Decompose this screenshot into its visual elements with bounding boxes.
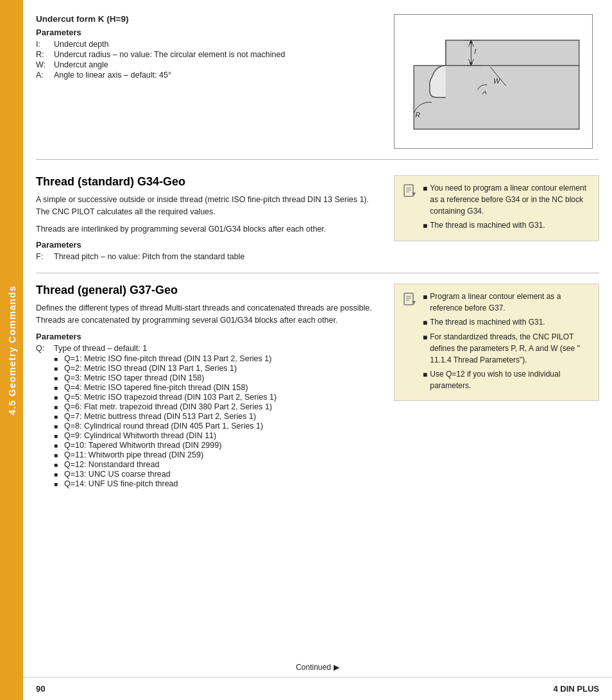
- q-item-11: ■ Q=11: Whitworth pipe thread (DIN 259): [54, 450, 381, 459]
- thread-standard-note-text-2: The thread is machined with G31.: [430, 219, 545, 232]
- param-key-w: W:: [36, 60, 54, 69]
- thread-standard-left: Thread (standard) G34-Geo A simple or su…: [36, 175, 381, 262]
- q-item-4: ■ Q=4: Metric ISO tapered fine-pitch thr…: [54, 383, 381, 392]
- thread-general-param-key-q: Q:: [36, 344, 54, 353]
- q-item-1: ■ Q=1: Metric ISO fine-pitch thread (DIN…: [54, 354, 381, 363]
- q-text-7: Q=7: Metric buttress thread (DIN 513 Par…: [64, 412, 381, 421]
- thread-standard-params-label: Parameters: [36, 240, 381, 250]
- undercut-right: H = 9 Form K: [394, 14, 599, 149]
- undercut-section: Undercut form K (H=9) Parameters I: Unde…: [23, 0, 612, 155]
- svg-rect-16: [404, 185, 413, 196]
- svg-text:R: R: [415, 111, 420, 119]
- svg-text:I: I: [474, 47, 476, 55]
- thread-general-note-text-3: For standardized threads, the CNC PILOT …: [430, 331, 591, 366]
- thread-standard-param-key-f: F:: [36, 252, 54, 261]
- q-text-11: Q=11: Whitworth pipe thread (DIN 259): [64, 450, 381, 459]
- q-text-5: Q=5: Metric ISO trapezoid thread (DIN 10…: [64, 393, 381, 402]
- thread-general-q-desc: Type of thread – default: 1: [54, 344, 381, 353]
- q-item-12: ■ Q=12: Nonstandard thread: [54, 460, 381, 469]
- note-bullet-g2: ■: [423, 317, 427, 329]
- thread-general-note-item-4: ■ Use Q=12 if you wish to use individual…: [423, 368, 591, 391]
- thread-standard-note-box: ■ You need to program a linear contour e…: [394, 175, 599, 241]
- thread-standard-body2: Threads are interlinked by programming s…: [36, 223, 381, 235]
- thread-standard-note-content: ■ You need to program a linear contour e…: [423, 182, 591, 234]
- thread-standard-body1: A simple or successive outside or inside…: [36, 194, 381, 218]
- q-text-8: Q=8: Cylindrical round thread (DIN 405 P…: [64, 422, 381, 431]
- thread-standard-note-text-1: You need to program a linear contour ele…: [430, 182, 591, 217]
- thread-standard-param-val-f: Thread pitch – no value: Pitch from the …: [54, 252, 381, 261]
- param-val-w: Undercut angle: [54, 60, 381, 69]
- q-text-13: Q=13: UNC US coarse thread: [64, 470, 381, 479]
- footer-product: 4 DIN PLUS: [553, 684, 599, 694]
- note-bullet-1: ■: [423, 183, 427, 217]
- divider-2: [36, 273, 599, 273]
- undercut-title: Undercut form K (H=9): [36, 14, 381, 24]
- diagram-box: H = 9 Form K: [394, 14, 593, 149]
- thread-general-param-q: Q: Type of thread – default: 1 ■ Q=1: Me…: [36, 344, 381, 489]
- q-text-1: Q=1: Metric ISO fine-pitch thread (DIN 1…: [64, 354, 381, 363]
- main-content: Undercut form K (H=9) Parameters I: Unde…: [23, 0, 612, 700]
- param-val-i: Undercut depth: [54, 40, 381, 49]
- thread-standard-right: ■ You need to program a linear contour e…: [394, 175, 599, 262]
- thread-general-left: Thread (general) G37-Geo Defines the dif…: [36, 284, 381, 490]
- footer-page-number: 90: [36, 684, 45, 694]
- thread-general-note-content: ■ Program a linear contour element as a …: [423, 291, 591, 394]
- param-row-a: A: Angle to linear axis – default: 45°: [36, 71, 381, 80]
- thread-standard-note-item-1: ■ You need to program a linear contour e…: [423, 182, 591, 217]
- continued-arrow: ▶: [334, 663, 339, 672]
- svg-rect-2: [446, 40, 579, 66]
- note-icon-2: [402, 292, 418, 394]
- q-item-13: ■ Q=13: UNC US coarse thread: [54, 470, 381, 479]
- thread-general-note-item-2: ■ The thread is machined with G31.: [423, 316, 591, 329]
- sidebar-label: 4.5 Geometry Commands: [6, 286, 17, 415]
- q-text-3: Q=3: Metric ISO taper thread (DIN 158): [64, 373, 381, 382]
- thread-general-note-text-1: Program a linear contour element as a re…: [430, 291, 591, 314]
- note-bullet-g1: ■: [423, 291, 427, 314]
- note-icon-1: [402, 184, 418, 234]
- thread-general-params-label: Parameters: [36, 332, 381, 341]
- footer-continued: Continued ▶: [23, 658, 612, 677]
- param-key-r: R:: [36, 50, 54, 59]
- continued-label: Continued: [296, 663, 331, 672]
- param-row-w: W: Undercut angle: [36, 60, 381, 69]
- thread-general-note-box: ■ Program a linear contour element as a …: [394, 284, 599, 401]
- thread-standard-param-f: F: Thread pitch – no value: Pitch from t…: [36, 252, 381, 261]
- thread-standard-note-item-2: ■ The thread is machined with G31.: [423, 219, 591, 232]
- q-item-5: ■ Q=5: Metric ISO trapezoid thread (DIN …: [54, 393, 381, 402]
- param-val-a: Angle to linear axis – default: 45°: [54, 71, 381, 80]
- q-item-2: ■ Q=2: Metric ISO thread (DIN 13 Part 1,…: [54, 364, 381, 373]
- param-key-a: A:: [36, 71, 54, 80]
- thread-standard-title: Thread (standard) G34-Geo: [36, 175, 381, 189]
- q-text-9: Q=9: Cylindrical Whitworth thread (DIN 1…: [64, 431, 381, 440]
- q-text-12: Q=12: Nonstandard thread: [64, 460, 381, 469]
- note-bullet-g3: ■: [423, 332, 427, 366]
- q-item-8: ■ Q=8: Cylindrical round thread (DIN 405…: [54, 422, 381, 431]
- sidebar: 4.5 Geometry Commands: [0, 0, 23, 700]
- param-val-r: Undercut radius – no value: The circular…: [54, 50, 381, 59]
- thread-general-note-item-1: ■ Program a linear contour element as a …: [423, 291, 591, 314]
- svg-text:A: A: [482, 89, 487, 96]
- thread-general-note-text-4: Use Q=12 if you wish to use individual p…: [430, 368, 591, 391]
- thread-general-section: Thread (general) G37-Geo Defines the dif…: [23, 277, 612, 497]
- note-bullet-2: ■: [423, 220, 427, 232]
- divider-1: [36, 159, 599, 160]
- thread-general-note-item-3: ■ For standardized threads, the CNC PILO…: [423, 331, 591, 366]
- q-item-6: ■ Q=6: Flat metr. trapezoid thread (DIN …: [54, 402, 381, 411]
- q-item-7: ■ Q=7: Metric buttress thread (DIN 513 P…: [54, 412, 381, 421]
- thread-general-body1: Defines the different types of thread Mu…: [36, 302, 381, 327]
- param-key-i: I:: [36, 40, 54, 49]
- undercut-params-label: Parameters: [36, 28, 381, 37]
- q-text-2: Q=2: Metric ISO thread (DIN 13 Part 1, S…: [64, 364, 381, 373]
- svg-rect-20: [404, 293, 413, 305]
- q-item-9: ■ Q=9: Cylindrical Whitworth thread (DIN…: [54, 431, 381, 440]
- param-row-i: I: Undercut depth: [36, 40, 381, 49]
- q-text-4: Q=4: Metric ISO tapered fine-pitch threa…: [64, 383, 381, 392]
- q-text-14: Q=14: UNF US fine-pitch thread: [64, 479, 381, 488]
- q-item-3: ■ Q=3: Metric ISO taper thread (DIN 158): [54, 373, 381, 382]
- param-row-r: R: Undercut radius – no value: The circu…: [36, 50, 381, 59]
- q-text-6: Q=6: Flat metr. trapezoid thread (DIN 38…: [64, 402, 381, 411]
- thread-general-right: ■ Program a linear contour element as a …: [394, 284, 599, 490]
- q-item-10: ■ Q=10: Tapered Whitworth thread (DIN 29…: [54, 441, 381, 450]
- thread-general-title: Thread (general) G37-Geo: [36, 284, 381, 297]
- q-text-10: Q=10: Tapered Whitworth thread (DIN 2999…: [64, 441, 381, 450]
